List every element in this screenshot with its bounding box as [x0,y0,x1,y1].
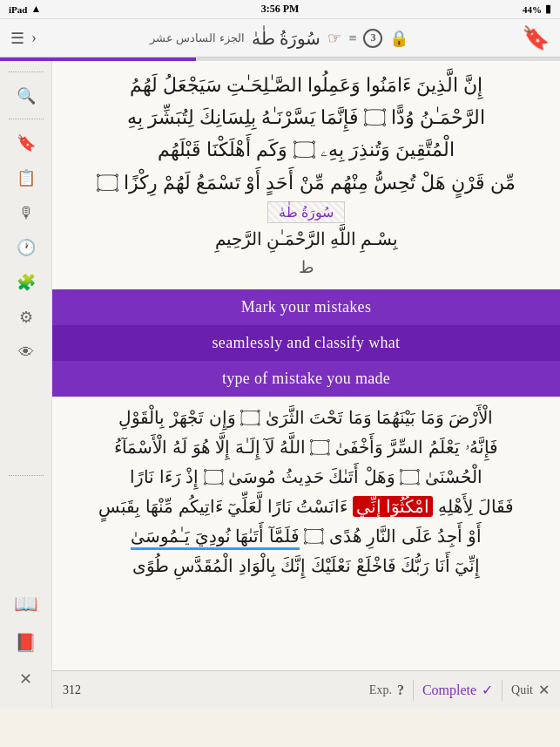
sidebar-dots-2 [9,119,44,120]
lower-line-4: فَقَالَ لِأَهْلِهِ امْكُثُوٓا إِنِّي ءَا… [63,492,550,520]
sidebar-item-eye[interactable]: 👁 [7,336,45,368]
book-icon: 📕 [15,632,37,653]
sidebar-bottom: 📖 📕 ✕ [7,587,45,702]
sidebar-item-close[interactable]: ✕ [7,663,45,695]
clock-icon: 🕐 [17,238,36,257]
juz-label: الجزء السادس عشر [150,31,245,44]
lower-line-2: فَإِنَّهُۥ يَعْلَمُ السِّرَّ وَأَخْفَىٰ … [63,433,550,461]
toolbar-center: الجزء السادس عشر سُورَةُ طٰهٰ ☞ ≡ 3 🔒 [150,28,409,49]
mic-icon: 🎙 [18,204,34,222]
main-layout: 🔍 🔖 📋 🎙 🕐 🧩 ⚙ 👁 📖 📕 [0,61,560,709]
hand-icon[interactable]: ☞ [327,29,341,48]
lock-icon[interactable]: 🔒 [389,29,408,48]
status-right: 44% ▮ [523,3,551,16]
bottom-actions: Exp. ? Complete ✓ Quit ✕ [369,680,550,701]
quran-page-lower: الْأَرْضَ وَمَا بَيْنَهُمَا وَمَا تَحْتَ… [52,397,560,588]
sidebar-dots-bottom [9,475,44,477]
blue-underline: فَلَمَّآ أَتَىٰهَا نُودِيَ يَـٰمُوسَىٰ [131,526,300,550]
quran-line-2: الرَّحْمَـٰنُ وُدًّا ۝ فَإِنَّمَا يَسَّر… [63,102,550,132]
separator-1 [413,680,414,701]
sidebar-item-puzzle[interactable]: 🧩 [7,267,45,298]
quit-button[interactable]: Quit [511,683,533,697]
check-mark-icon: ✓ [482,682,493,698]
sidebar-item-notes[interactable]: 📋 [7,162,45,194]
lower-line-6: إِنِّيٓ أَنَا رَبُّكَ فَاخْلَعْ نَعْلَيْ… [63,552,550,580]
sidebar-item-book-open[interactable]: 📖 [7,587,45,621]
ipad-label: iPad [9,4,27,15]
close-icon: ✕ [19,669,32,689]
bismillah: بِسْـمِ اللَّهِ الرَّحْمَـٰنِ الرَّحِيمِ [63,228,550,249]
chevron-right-icon: › [31,29,37,47]
banner-2: seamlessly and classify what [52,325,560,361]
lower-line-5: أَوْ أَجِدُ عَلَى النَّارِ هُدًى ۝ فَلَم… [63,522,550,550]
sidebar-item-bookmark[interactable]: 🔖 [7,127,45,159]
ornament-line: سُورَةُ طٰهٰ [63,201,550,223]
separator-2 [502,680,503,701]
circle-number: 3 [363,29,382,48]
quran-page: إِنَّ الَّذِينَ ءَامَنُوا وَعَمِلُوا الص… [52,61,560,289]
sidebar-item-search[interactable]: 🔍 [7,80,45,112]
top-toolbar: ☰ › الجزء السادس عشر سُورَةُ طٰهٰ ☞ ≡ 3 … [0,19,560,58]
quran-line-1: إِنَّ الَّذِينَ ءَامَنُوا وَعَمِلُوا الص… [63,70,550,100]
eye-icon: 👁 [18,343,34,362]
status-time: 3:56 PM [261,3,300,16]
puzzle-icon: 🧩 [17,273,36,292]
menu-icon[interactable]: ☰ [10,29,24,48]
quran-line-4: مِّن قَرْنٍ هَلْ تُحِسُّ مِنْهُم مِّنْ أ… [63,167,550,198]
banner-3: type of mistake you made [52,361,560,397]
toolbar-left: ☰ › [10,29,37,48]
lines-icon[interactable]: ≡ [348,31,356,46]
lower-line-1: الْأَرْضَ وَمَا بَيْنَهُمَا وَمَا تَحْتَ… [63,404,550,431]
battery-label: 44% [523,4,542,15]
toolbar-right: 🔖 [522,24,550,51]
sidebar-dots-top [9,71,44,73]
sidebar: 🔍 🔖 📋 🎙 🕐 🧩 ⚙ 👁 📖 📕 [0,61,52,709]
lower-line-3: الْحُسْنَىٰ ۝ وَهَلْ أَتَىٰكَ حَدِيثُ مُ… [63,463,550,491]
sidebar-item-book[interactable]: 📕 [7,625,45,660]
battery-icon: ▮ [545,3,551,16]
page-number: 312 [63,683,81,697]
sidebar-item-settings[interactable]: ⚙ [7,302,45,333]
banner-1: Mark your mistakes [52,289,560,325]
sidebar-item-mic[interactable]: 🎙 [7,197,45,228]
content-area: إِنَّ الَّذِينَ ءَامَنُوا وَعَمِلُوا الص… [52,61,560,709]
x-mark-icon[interactable]: ✕ [538,682,550,698]
sidebar-item-clock[interactable]: 🕐 [7,232,45,263]
bookmark-icon: 🔖 [17,133,36,153]
status-bar: iPad ▲ 3:56 PM 44% ▮ [0,0,560,19]
book-open-icon: 📖 [14,593,37,615]
bookmark-top-icon[interactable]: 🔖 [522,24,550,51]
complete-button[interactable]: Complete [422,682,476,698]
quran-line-3: الْمُتَّقِينَ وَتُنذِرَ بِهِۦ ۝ وَكَم أَ… [63,134,550,165]
quran-line-pre-banner: ط [63,255,550,281]
notes-icon: 📋 [17,168,36,187]
red-highlight: امْكُثُوٓا إِنِّي [353,496,434,517]
surah-title: سُورَةُ طٰهٰ [252,28,321,49]
exp-button[interactable]: Exp. [369,683,392,697]
bottom-toolbar: 312 Exp. ? Complete ✓ Quit ✕ [52,670,560,709]
settings-icon: ⚙ [19,308,33,327]
question-mark-icon[interactable]: ? [397,682,404,698]
ornament-text: سُورَةُ طٰهٰ [267,201,345,223]
wifi-icon: ▲ [30,3,41,16]
search-icon: 🔍 [17,86,36,105]
status-left: iPad ▲ [9,3,41,16]
